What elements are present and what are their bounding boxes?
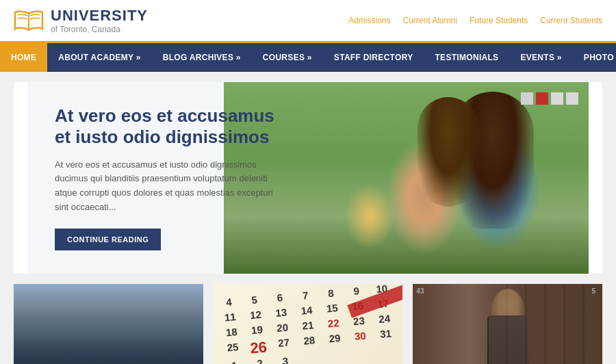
slider-dot-3[interactable]: [551, 92, 563, 105]
card-building: [14, 284, 203, 364]
logo-icon: [14, 8, 44, 33]
hero-heading: At vero eos et accusamus et iusto odio d…: [55, 105, 287, 148]
hero-body-text: At vero eos et accusamus et iusto odio d…: [55, 158, 287, 215]
top-bar: UNIVERSITY of Toronto, Canada Admissions…: [0, 0, 616, 43]
cal-13: 13: [268, 306, 294, 322]
cal-29: 29: [322, 331, 348, 351]
cal-7: 7: [292, 289, 318, 305]
cal-5: 5: [241, 293, 267, 309]
slider-dot-1[interactable]: [521, 92, 533, 105]
nav-events[interactable]: EVENTS »: [509, 43, 572, 72]
nav-about[interactable]: ABOUT ACADEMY »: [47, 43, 152, 72]
nav-staff[interactable]: STAFF DIRECTORY: [323, 43, 424, 72]
top-nav-alumni[interactable]: Current Alumni: [403, 16, 457, 25]
nav-testimonials[interactable]: TESTIMONIALS: [424, 43, 509, 72]
cal-30: 30: [347, 329, 374, 349]
logo-area: UNIVERSITY of Toronto, Canada: [14, 7, 148, 34]
cal-20: 20: [270, 321, 296, 337]
cal-21: 21: [295, 318, 321, 335]
main-nav: HOME ABOUT ACADEMY » BLOG ARCHIVES » COU…: [0, 43, 616, 72]
nav-home[interactable]: HOME: [0, 43, 47, 72]
cal-12: 12: [242, 308, 268, 324]
cal-19: 19: [244, 323, 270, 339]
slider-dot-4[interactable]: [566, 92, 578, 105]
cal-31: 31: [372, 327, 399, 347]
cal-4: 4: [216, 295, 242, 311]
top-nav-future[interactable]: Future Students: [470, 16, 528, 25]
card-person: 43 5: [413, 284, 602, 364]
nav-courses[interactable]: COURSES »: [252, 43, 323, 72]
cal-15: 15: [319, 301, 345, 317]
cal-18: 18: [218, 325, 244, 341]
cal-25: 25: [220, 340, 246, 360]
cal-28: 28: [296, 333, 323, 353]
cal-14: 14: [294, 304, 320, 320]
logo-text-block: UNIVERSITY of Toronto, Canada: [51, 7, 148, 34]
cal-8: 8: [318, 286, 344, 302]
top-nav: Admissions Current Alumni Future Student…: [348, 16, 602, 25]
building-image: [14, 284, 203, 364]
cal-2: 2: [247, 356, 273, 364]
cal-6: 6: [267, 291, 293, 307]
cal-24: 24: [371, 312, 397, 328]
cal-26: 26: [245, 338, 272, 358]
logo-title: UNIVERSITY: [51, 7, 148, 25]
slider-dot-2[interactable]: [536, 92, 548, 105]
card-calendar: 4 5 6 7 8 9 10 11 12 13 14 15 16 17 18 1…: [214, 284, 403, 364]
hero-section: At vero eos et accusamus et iusto odio d…: [27, 82, 589, 274]
slider-controls: [521, 92, 578, 105]
nav-blog[interactable]: BLOG ARCHIVES »: [152, 43, 252, 72]
cal-27: 27: [270, 336, 297, 356]
cal-22: 22: [320, 316, 346, 333]
cards-row: 4 5 6 7 8 9 10 11 12 13 14 15 16 17 18 1…: [14, 284, 602, 364]
nav-gallery[interactable]: PHOTO GALLERY: [573, 43, 616, 72]
top-nav-current[interactable]: Current Students: [540, 16, 602, 25]
cal-23: 23: [346, 314, 372, 330]
cal-3: 3: [272, 354, 298, 364]
hero-content: At vero eos et accusamus et iusto odio d…: [27, 85, 315, 271]
continue-reading-button[interactable]: CONTINUE READING: [55, 229, 161, 250]
logo-subtitle: of Toronto, Canada: [51, 25, 148, 34]
top-nav-admissions[interactable]: Admissions: [348, 16, 390, 25]
person-image: 43 5: [413, 284, 602, 364]
cal-11: 11: [217, 310, 243, 326]
